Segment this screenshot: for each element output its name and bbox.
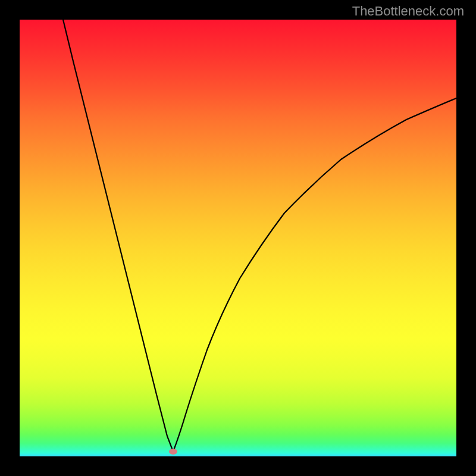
bottleneck-curve-right [173,98,456,452]
curve-layer [20,20,456,456]
chart-frame: TheBottleneck.com [0,0,476,476]
bottleneck-curve-left [63,20,173,452]
minimum-marker [169,449,177,455]
watermark-text: TheBottleneck.com [352,4,464,19]
plot-area [20,20,456,456]
